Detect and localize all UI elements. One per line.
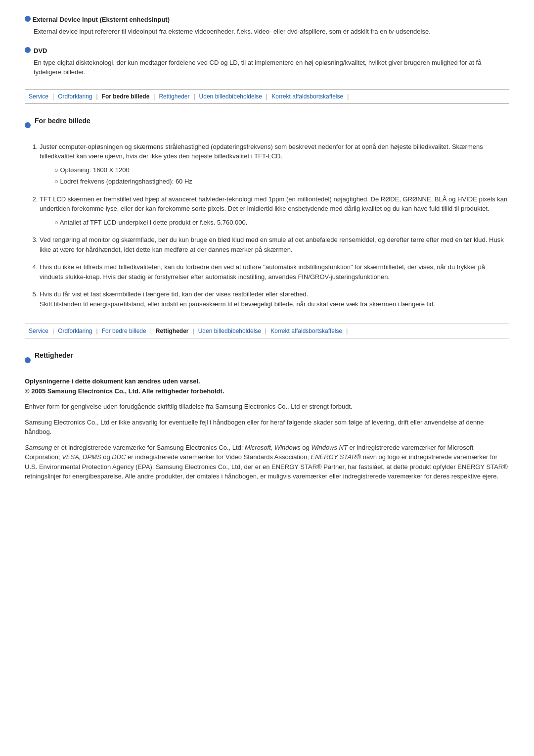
rettigheder-para-3: Samsung er et indregistrerede varemærke … bbox=[25, 443, 509, 481]
rettigheder-notice-line1: Oplysningerne i dette dokument kan ændre… bbox=[25, 377, 509, 386]
external-device-section: External Device Input (Eksternt enhedsin… bbox=[25, 15, 509, 36]
list-item-2: TFT LCD skærmen er fremstillet ved hjæp … bbox=[40, 194, 509, 228]
list-item-2-subitems: Antallet af TFT LCD-underpixel i dette p… bbox=[54, 218, 509, 228]
nav-korrekt-affaldsbortskaffelse-2[interactable]: Korrekt affaldsbortskaffelse bbox=[267, 327, 346, 335]
nav-for-bedre-billede-1[interactable]: For bedre billede bbox=[98, 92, 154, 101]
list-item: Lodret frekvens (opdateringshastighed): … bbox=[54, 177, 509, 187]
rettigheder-para-3-rest: er et indregistrerede varemærke for Sams… bbox=[25, 444, 508, 480]
list-item-1-text: Juster computer-opløsningen og skærmens … bbox=[40, 143, 483, 160]
list-item-5-text-part2: Skift tilstanden til energisparetilstand… bbox=[40, 300, 435, 308]
list-item: Opløsning: 1600 X 1200 bbox=[54, 165, 509, 175]
rettigheder-section: Rettigheder Oplysningerne i dette dokume… bbox=[25, 350, 509, 481]
list-item-3: Ved rengøring af monitor og skærmflade, … bbox=[40, 235, 509, 254]
nav-rettigheder-2[interactable]: Rettigheder bbox=[152, 327, 193, 335]
rettigheder-notice: Oplysningerne i dette dokument kan ændre… bbox=[25, 377, 509, 396]
dvd-heading: DVD bbox=[25, 46, 509, 56]
list-item-4: Hvis du ikke er tilfreds med billedkvali… bbox=[40, 262, 509, 282]
rettigheder-para-1: Enhver form for gengivelse uden forudgåe… bbox=[25, 402, 509, 412]
for-bedre-billede-header: For bedre billede bbox=[25, 116, 509, 134]
for-bedre-billede-list: Juster computer-opløsningen og skærmens … bbox=[40, 142, 509, 309]
nav-korrekt-affaldsbortskaffelse-1[interactable]: Korrekt affaldsbortskaffelse bbox=[267, 92, 347, 101]
list-item-4-text: Hvis du ikke er tilfreds med billedkvali… bbox=[40, 263, 485, 281]
rettigheder-header: Rettigheder bbox=[25, 350, 509, 369]
nav-for-bedre-billede-2[interactable]: For bedre billede bbox=[98, 327, 150, 335]
rettigheder-para-2: Samsung Electronics Co., Ltd er ikke ans… bbox=[25, 418, 509, 437]
nav-ordforklaring-1[interactable]: Ordforklaring bbox=[54, 92, 96, 101]
nav-rettigheder-1[interactable]: Rettigheder bbox=[155, 92, 193, 101]
external-device-text: External device input refererer til vide… bbox=[34, 27, 509, 37]
list-item-3-text: Ved rengøring af monitor og skærmflade, … bbox=[40, 236, 504, 253]
for-bedre-billede-section: For bedre billede Juster computer-opløsn… bbox=[25, 116, 509, 309]
list-item: Antallet af TFT LCD-underpixel i dette p… bbox=[54, 218, 509, 228]
list-item-5: Hvis du får vist et fast skærmbillede i … bbox=[40, 289, 509, 309]
for-bedre-billede-bullet-icon bbox=[25, 122, 31, 128]
rettigheder-bullet-icon bbox=[25, 357, 31, 363]
rettigheder-notice-line2: © 2005 Samsung Electronics Co., Ltd. All… bbox=[25, 386, 509, 396]
nav-uden-billedbibeholdelse-1[interactable]: Uden billedbibeholdelse bbox=[195, 92, 266, 101]
dvd-bullet-icon bbox=[25, 47, 31, 53]
list-item-1-subitems: Opløsning: 1600 X 1200 Lodret frekvens (… bbox=[54, 165, 509, 187]
for-bedre-billede-title: For bedre billede bbox=[35, 116, 90, 126]
nav-service-1[interactable]: Service bbox=[25, 92, 52, 101]
dvd-text: En type digital diskteknologi, der kun m… bbox=[34, 58, 509, 77]
nav-service-2[interactable]: Service bbox=[25, 327, 52, 335]
rettigheder-para-3-text: Samsung bbox=[25, 444, 52, 451]
nav-ordforklaring-2[interactable]: Ordforklaring bbox=[54, 327, 96, 335]
nav-bar-1: Service | Ordforklaring | For bedre bill… bbox=[25, 89, 509, 104]
bullet-icon bbox=[25, 16, 31, 22]
list-item-5-text-part1: Hvis du får vist et fast skærmbillede i … bbox=[40, 290, 308, 298]
dvd-section: DVD En type digital diskteknologi, der k… bbox=[25, 46, 509, 77]
nav-uden-billedbibeholdelse-2[interactable]: Uden billedbibeholdelse bbox=[194, 327, 265, 335]
nav-bar-2: Service | Ordforklaring | For bedre bill… bbox=[25, 324, 509, 338]
list-item-2-text: TFT LCD skærmen er fremstillet ved hjæp … bbox=[40, 195, 507, 213]
list-item-1: Juster computer-opløsningen og skærmens … bbox=[40, 142, 509, 187]
rettigheder-title: Rettigheder bbox=[35, 350, 73, 361]
external-device-heading: External Device Input (Eksternt enhedsin… bbox=[25, 15, 509, 25]
